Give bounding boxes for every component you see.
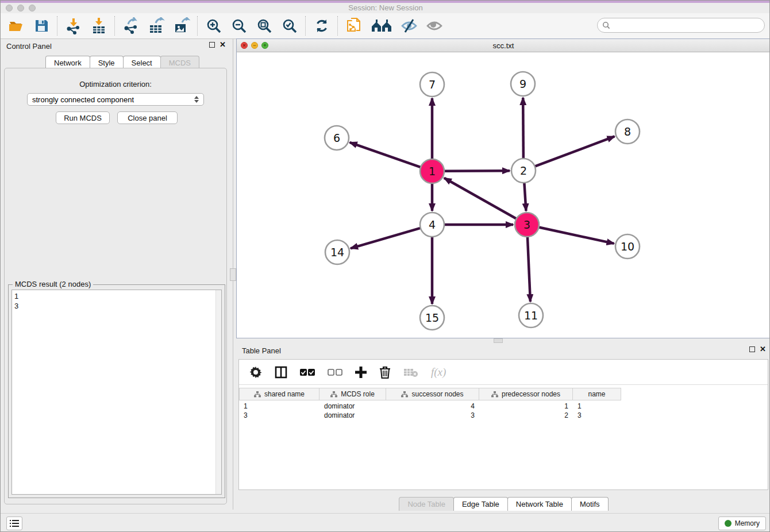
export-table-icon[interactable] — [148, 17, 165, 34]
column-header-mcds-role[interactable]: MCDS role — [319, 388, 386, 400]
criterion-dropdown[interactable]: strongly connected component — [27, 93, 204, 106]
network-view-window: × − + scc.txt 7968124314101511 — [236, 38, 770, 338]
task-history-button[interactable] — [6, 516, 22, 530]
zoom-selected-icon[interactable] — [281, 17, 298, 34]
table-panel-close-icon[interactable]: ✕ — [760, 346, 766, 352]
cell-shared-name[interactable]: 1 — [239, 402, 319, 411]
export-image-icon[interactable] — [173, 17, 190, 34]
column-settings-gear-icon[interactable] — [249, 366, 262, 379]
home-layout-icon[interactable] — [371, 17, 392, 34]
graph-node-label: 9 — [519, 78, 526, 90]
graph-node-label: 15 — [425, 311, 439, 324]
graph-node-label: 11 — [524, 309, 538, 322]
status-bar: Memory — [1, 513, 770, 532]
cell-successor-nodes[interactable]: 3 — [386, 411, 479, 420]
tab-edge-table[interactable]: Edge Table — [453, 497, 508, 511]
search-icon — [602, 21, 610, 29]
zoom-in-icon[interactable] — [205, 17, 222, 34]
node-table-container: f(x) shared name MCDS role successor nod… — [238, 359, 768, 490]
graph-edge-3-11[interactable] — [528, 237, 530, 302]
mcds-panel-body: Optimization criterion: strongly connect… — [4, 68, 227, 504]
graph-edge-2-3[interactable] — [524, 183, 526, 211]
graph-edge-3-10[interactable] — [539, 227, 614, 243]
graph-node-label: 14 — [330, 246, 344, 259]
cell-shared-name[interactable]: 3 — [239, 411, 319, 420]
save-session-icon[interactable] — [33, 17, 50, 34]
hide-selected-eye-icon[interactable] — [401, 17, 418, 34]
delete-column-trash-icon[interactable] — [379, 366, 391, 379]
cell-name[interactable]: 3 — [573, 411, 621, 420]
memory-status-icon — [725, 520, 732, 527]
table-row[interactable]: 3 dominator 3 2 3 — [239, 411, 768, 420]
main-toolbar — [1, 13, 770, 39]
vertical-splitter[interactable] — [232, 38, 235, 510]
import-table-icon[interactable] — [90, 17, 107, 34]
graph-edge-1-2[interactable] — [444, 171, 510, 171]
criterion-dropdown-value: strongly connected component — [32, 95, 194, 104]
horizontal-splitter-grip[interactable] — [494, 338, 503, 343]
refresh-view-icon[interactable] — [313, 17, 330, 34]
zoom-fit-icon[interactable] — [256, 17, 273, 34]
select-all-rows-icon[interactable] — [300, 368, 315, 376]
control-panel-float-icon[interactable] — [209, 42, 215, 48]
dropdown-chevrons-icon — [194, 96, 199, 103]
network-graph[interactable]: 7968124314101511 — [237, 52, 770, 338]
cell-mcds-role[interactable]: dominator — [319, 402, 386, 411]
table-row[interactable]: 1 dominator 4 1 1 — [239, 402, 768, 411]
cell-predecessor-nodes[interactable]: 1 — [479, 402, 573, 411]
show-columns-icon[interactable] — [275, 366, 287, 379]
application-window: Session: New Session — [0, 0, 770, 532]
titlebar-accent-strip — [1, 1, 770, 3]
clone-network-icon[interactable] — [345, 17, 363, 34]
mcds-result-textarea[interactable]: 1 3 — [11, 290, 222, 495]
graph-node-label: 10 — [621, 240, 634, 253]
cell-successor-nodes[interactable]: 4 — [386, 402, 479, 411]
zoom-out-icon[interactable] — [230, 17, 248, 34]
cell-predecessor-nodes[interactable]: 2 — [479, 411, 573, 420]
table-panel-header: Table Panel ✕ — [236, 343, 770, 358]
run-mcds-button[interactable]: Run MCDS — [56, 111, 110, 124]
mcds-result-line: 3 — [14, 301, 219, 311]
graph-node-label: 3 — [523, 218, 530, 231]
window-titlebar: Session: New Session — [1, 1, 770, 14]
column-header-predecessor-nodes[interactable]: predecessor nodes — [479, 388, 573, 400]
import-network-icon[interactable] — [65, 17, 82, 34]
mcds-result-line: 1 — [14, 291, 219, 301]
graph-node-label: 2 — [520, 164, 527, 177]
mcds-result-groupbox: MCDS result (2 nodes) 1 3 — [8, 284, 225, 498]
memory-button[interactable]: Memory — [718, 516, 766, 530]
cell-mcds-role[interactable]: dominator — [319, 411, 386, 420]
search-input[interactable] — [613, 21, 760, 30]
tab-node-table[interactable]: Node Table — [399, 497, 454, 511]
table-toolbar: f(x) — [239, 360, 768, 385]
show-all-eye-icon[interactable] — [426, 17, 443, 34]
graph-edge-1-6[interactable] — [350, 142, 421, 167]
graph-edge-2-9[interactable] — [523, 98, 523, 159]
splitter-grip[interactable] — [230, 268, 236, 281]
tab-motifs[interactable]: Motifs — [571, 497, 609, 511]
graph-edge-4-14[interactable] — [351, 228, 421, 248]
table-panel-tabs: Node Table Edge Table Network Table Moti… — [236, 497, 770, 511]
mcds-result-title: MCDS result (2 nodes) — [13, 280, 93, 288]
tab-network-table[interactable]: Network Table — [507, 497, 572, 511]
deselect-all-rows-icon[interactable] — [328, 368, 342, 376]
table-panel-float-icon[interactable] — [749, 346, 755, 352]
table-header-row: shared name MCDS role successor nodes pr… — [239, 388, 768, 400]
cell-name[interactable]: 1 — [573, 402, 621, 411]
column-header-successor-nodes[interactable]: successor nodes — [386, 388, 479, 400]
column-header-name[interactable]: name — [573, 388, 621, 400]
network-window-titlebar[interactable]: × − + scc.txt — [237, 39, 770, 52]
graph-edge-3-1[interactable] — [444, 178, 517, 219]
graph-node-label: 6 — [333, 132, 340, 144]
control-panel-close-icon[interactable]: ✕ — [220, 42, 226, 48]
table-panel-title: Table Panel — [242, 346, 281, 355]
column-header-shared-name[interactable]: shared name — [239, 388, 319, 400]
close-panel-button[interactable]: Close panel — [117, 111, 178, 124]
graph-edge-2-8[interactable] — [535, 136, 615, 166]
graph-node-label: 8 — [624, 125, 631, 138]
add-column-plus-icon[interactable] — [355, 367, 367, 378]
open-session-icon[interactable] — [7, 17, 25, 34]
result-scrollbar[interactable] — [215, 290, 221, 494]
search-box[interactable] — [597, 18, 765, 33]
export-network-icon[interactable] — [122, 17, 140, 34]
